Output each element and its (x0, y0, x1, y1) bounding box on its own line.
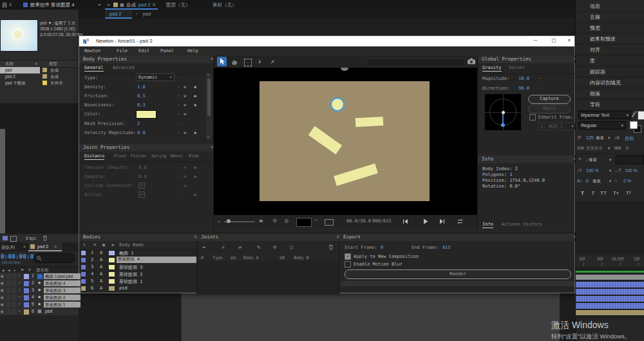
body-rect-top-right[interactable] (355, 117, 384, 127)
left-scroll-strip[interactable] (0, 129, 5, 233)
dropdown-arrow-icon[interactable]: ▾ (608, 146, 610, 151)
current-timecode[interactable]: 0:00:00:00 (1, 253, 37, 260)
audio-toggle[interactable] (6, 280, 12, 286)
sidebar-item-character[interactable]: 字符 (576, 99, 644, 110)
bounds-icon[interactable] (325, 219, 334, 226)
menu-help[interactable]: Help (187, 48, 198, 54)
menu-newton[interactable]: Newton (84, 48, 100, 54)
link-icon[interactable]: ⇄ (184, 102, 186, 108)
breadcrumb-parent[interactable]: psd (143, 11, 151, 17)
newton-title-bar[interactable]: N3 Newton - force01 - psd 2 – □ × (79, 36, 574, 46)
tab-distance[interactable]: Distance (84, 153, 104, 160)
twirl-caret[interactable]: › (19, 287, 20, 292)
layer-bar-psd-footage[interactable] (576, 275, 644, 280)
body-rect-bottom[interactable] (334, 164, 378, 186)
people-icon[interactable]: ◉ (102, 242, 105, 248)
breadcrumb-active-tab[interactable]: psd 2 (105, 10, 132, 19)
tab-advanced[interactable]: Advanced (113, 65, 135, 70)
solo-toggle[interactable] (12, 273, 17, 279)
body-color-chip[interactable] (109, 279, 115, 284)
twirl-caret[interactable]: › (19, 302, 20, 306)
gravity-direction-widget[interactable] (484, 93, 522, 131)
keyframe-diamond-icon[interactable]: ◆ (194, 84, 196, 90)
joints-empty-list[interactable] (197, 261, 339, 295)
tab-info[interactable]: Info (482, 222, 493, 228)
mesh-precision-value[interactable]: 2 (137, 121, 140, 126)
tab-footage[interactable]: 素材（无） (213, 2, 237, 8)
sidebar-item-libraries[interactable]: 库 (576, 55, 644, 66)
tab-layer[interactable]: 图层（无） (166, 2, 191, 8)
visibility-toggle[interactable]: ◉ (0, 280, 6, 286)
pencil-icon[interactable]: ✎ (83, 242, 86, 248)
magnitude-value[interactable]: 10.0 (518, 76, 529, 81)
joints-header[interactable]: Joints × (197, 233, 343, 241)
trash-icon[interactable] (43, 235, 48, 241)
floor-icon[interactable]: — (314, 217, 317, 223)
camera-snapshot-button[interactable] (468, 58, 475, 64)
wheel-joint-button[interactable]: ⊙ (273, 244, 276, 250)
audio-toggle[interactable] (6, 295, 12, 300)
direction-value[interactable]: 90.0 (518, 86, 529, 91)
sidebar-item-audio[interactable]: 音频 (576, 11, 644, 23)
audio-toggle[interactable] (6, 302, 12, 307)
sidebar-item-info[interactable]: 信息 (576, 0, 644, 12)
unit-row-value[interactable]: - 像素 (586, 157, 597, 163)
capture-button[interactable]: Capture (528, 95, 571, 104)
solo-toggle[interactable] (12, 287, 17, 293)
link-icon[interactable]: ⇄ (184, 93, 186, 99)
layer-search-field[interactable] (33, 253, 75, 263)
velocity-magnitude-value[interactable]: 0.0 (137, 130, 146, 135)
tab-close-icon[interactable]: × (23, 244, 26, 249)
tab-piston[interactable]: Piston (131, 153, 146, 159)
faux-italic-button[interactable]: T (591, 190, 594, 196)
fill-color-swatch-white[interactable] (638, 111, 644, 120)
body-label-chip[interactable] (81, 258, 86, 262)
audio-toggle[interactable] (6, 287, 12, 293)
tab-spring[interactable]: Spring (151, 153, 166, 159)
visibility-toggle[interactable]: ◉ (0, 302, 6, 307)
twirl-caret[interactable]: › (19, 273, 20, 278)
layer-bar-shape1[interactable] (576, 303, 644, 309)
body-row[interactable]: 3 A 形状图层 3 (79, 264, 196, 271)
layer-label-chip[interactable] (24, 302, 29, 307)
solo-toggle[interactable] (12, 295, 17, 300)
tab-effect-controls[interactable]: 效果控件 形状图层 4 (30, 2, 74, 8)
body-color-chip[interactable] (109, 251, 115, 255)
gravity-vector-handle[interactable] (501, 123, 505, 127)
bodies-header[interactable]: Bodies × (79, 233, 200, 241)
audio-toggle[interactable] (6, 273, 12, 279)
enable-motion-blur-checkbox[interactable] (345, 261, 351, 268)
tsume-value[interactable]: 0 % (623, 179, 631, 183)
scroll-up-icon[interactable]: ▲ (207, 73, 209, 76)
tab-composition-name[interactable]: psd 2 (138, 2, 150, 8)
tab-solver[interactable]: Solver (509, 65, 525, 70)
marquee-tool-button[interactable] (244, 59, 252, 66)
link-icon[interactable]: ⇄ (184, 84, 186, 90)
comp-tab-close-icon[interactable]: × (107, 2, 110, 8)
font-style-dropdown[interactable]: Regular▾ (578, 121, 626, 130)
apply-button[interactable]: Apply (528, 104, 571, 113)
body-circle-selected[interactable] (330, 97, 345, 112)
body-row[interactable]: 5 A 形状图层 1 (79, 278, 196, 285)
apply-to-new-comp-checkbox[interactable]: ✓ (345, 253, 351, 260)
project-thumbnail[interactable] (0, 19, 38, 52)
zoom-in-icon[interactable]: ▲▲ (259, 218, 261, 223)
sort-up-icon[interactable]: ▲ (35, 61, 38, 65)
maximize-button[interactable]: □ (552, 37, 555, 43)
tab-gravity[interactable]: Gravity (482, 65, 502, 72)
tab-overflow-icon[interactable]: » (98, 2, 100, 8)
layer-label-chip[interactable] (24, 274, 29, 279)
tab-general[interactable]: General (84, 65, 104, 72)
sidebar-item-paragraph[interactable]: 段落 (576, 88, 644, 99)
layer-label-chip[interactable] (24, 281, 29, 286)
time-ruler[interactable]: 10f 20f 01:00f 10f (576, 255, 644, 268)
menu-edit[interactable]: Edit (138, 48, 149, 54)
skip-to-start-button[interactable] (402, 219, 408, 224)
bpc-indicator[interactable]: 8 bpc (26, 236, 36, 240)
link-icon[interactable]: ⇄ (184, 130, 186, 135)
dropdown-arrow-icon[interactable]: ▾ (609, 179, 611, 184)
friction-value[interactable]: 0.5 (137, 93, 146, 99)
dropdown-arrow-icon[interactable]: ▾ (609, 157, 611, 162)
dropdown-arrow-icon[interactable]: ▾ (609, 168, 611, 173)
center-view-icon[interactable]: ◎ (285, 217, 288, 224)
